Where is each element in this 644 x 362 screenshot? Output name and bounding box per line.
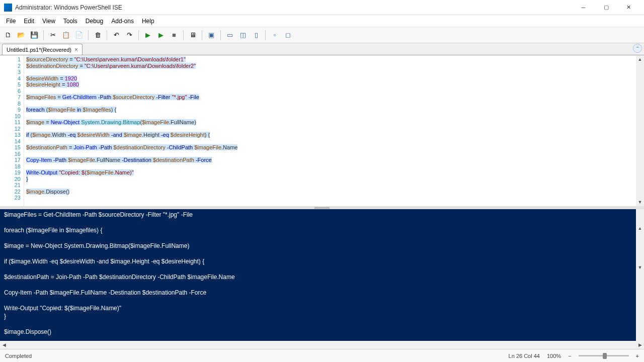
console-icon[interactable]: ▣ [205, 29, 217, 41]
pane-layout-1-icon[interactable]: ▭ [224, 29, 236, 41]
editor-tabs: Untitled1.ps1*(Recovered) × ⌃ [0, 43, 644, 55]
zoom-in-icon[interactable]: + [636, 353, 639, 359]
close-button[interactable]: ✕ [617, 0, 640, 15]
toolbar-separator [265, 30, 266, 40]
expand-script-pane-icon[interactable]: ⌃ [633, 44, 642, 53]
menu-view[interactable]: View [38, 17, 59, 26]
menu-help[interactable]: Help [138, 17, 158, 26]
scroll-track[interactable] [636, 63, 644, 198]
toolbar-separator [183, 30, 184, 40]
run-selection-icon[interactable]: ▶ [155, 29, 167, 41]
redo-icon[interactable]: ↷ [123, 29, 135, 41]
copy-icon[interactable]: 📋 [60, 29, 72, 41]
status-bar: Completed Ln 26 Col 44 100% − + [0, 349, 644, 362]
code-content[interactable]: $sourceDirectory = "C:\Users\parveen.kum… [24, 55, 636, 206]
toolbar-separator [220, 30, 221, 40]
menu-addons[interactable]: Add-ons [107, 17, 138, 26]
tab-label: Untitled1.ps1*(Recovered) [7, 47, 71, 53]
pane-layout-4-icon[interactable]: ▫ [269, 29, 281, 41]
menu-tools[interactable]: Tools [59, 17, 82, 26]
new-file-icon[interactable]: 🗋 [2, 29, 14, 41]
pane-layout-2-icon[interactable]: ◫ [237, 29, 249, 41]
scroll-up-icon[interactable]: ▲ [636, 225, 644, 233]
paste-icon[interactable]: 📄 [73, 29, 85, 41]
undo-icon[interactable]: ↶ [110, 29, 122, 41]
console-vertical-scrollbar[interactable]: ▲ ▼ [636, 209, 644, 341]
clear-icon[interactable]: 🗑 [92, 29, 104, 41]
scroll-up-icon[interactable]: ▲ [636, 55, 644, 63]
scroll-left-icon[interactable]: ◀ [0, 341, 8, 349]
pane-layout-5-icon[interactable]: ◻ [282, 29, 294, 41]
scroll-down-icon[interactable]: ▼ [636, 264, 644, 272]
minimize-button[interactable]: ─ [572, 0, 595, 15]
toolbar-separator [107, 30, 107, 40]
zoom-slider[interactable] [579, 355, 629, 356]
window-controls: ─ ▢ ✕ [572, 0, 640, 15]
maximize-button[interactable]: ▢ [595, 0, 617, 15]
cursor-position: Ln 26 Col 44 [509, 353, 540, 359]
scroll-down-icon[interactable]: ▼ [636, 198, 644, 206]
menu-file[interactable]: File [2, 17, 20, 26]
editor-vertical-scrollbar[interactable]: ▲ ▼ [636, 55, 644, 206]
script-editor[interactable]: 1234567891011121314151617181920212223 $s… [0, 55, 644, 206]
tab-untitled1[interactable]: Untitled1.ps1*(Recovered) × [2, 44, 83, 55]
stop-icon[interactable]: ■ [168, 29, 180, 41]
titlebar: Administrator: Windows PowerShell ISE ─ … [0, 0, 644, 15]
toolbar-separator [138, 30, 139, 40]
cut-icon[interactable]: ✂ [47, 29, 59, 41]
console-horizontal-scrollbar[interactable]: ◀ ▶ [0, 341, 644, 349]
powershell-ise-icon [4, 4, 12, 12]
zoom-level: 100% [547, 353, 561, 359]
console-pane[interactable]: $imageFiles = Get-ChildItem -Path $sourc… [0, 209, 644, 341]
run-script-icon[interactable]: ▶ [142, 29, 154, 41]
open-file-icon[interactable]: 📂 [15, 29, 27, 41]
pane-layout-3-icon[interactable]: ▯ [250, 29, 262, 41]
toolbar-separator [88, 30, 89, 40]
scroll-right-icon[interactable]: ▶ [636, 341, 644, 349]
toolbar-separator [202, 30, 202, 40]
menubar: File Edit View Tools Debug Add-ons Help [0, 15, 644, 27]
remote-icon[interactable]: 🖥 [187, 29, 199, 41]
toolbar: 🗋 📂 💾 ✂ 📋 📄 🗑 ↶ ↷ ▶ ▶ ■ 🖥 ▣ ▭ ◫ ▯ ▫ ◻ [0, 27, 644, 43]
line-number-gutter: 1234567891011121314151617181920212223 [0, 55, 24, 206]
zoom-slider-thumb[interactable] [603, 353, 607, 359]
splitter-handle-icon [314, 207, 330, 209]
zoom-out-icon[interactable]: − [568, 353, 571, 359]
menu-debug[interactable]: Debug [82, 17, 107, 26]
status-text: Completed [5, 353, 509, 359]
menu-edit[interactable]: Edit [20, 17, 38, 26]
save-file-icon[interactable]: 💾 [28, 29, 40, 41]
window-title: Administrator: Windows PowerShell ISE [15, 4, 572, 11]
tab-close-icon[interactable]: × [74, 46, 78, 53]
scroll-track[interactable] [8, 341, 636, 349]
toolbar-separator [43, 30, 44, 40]
